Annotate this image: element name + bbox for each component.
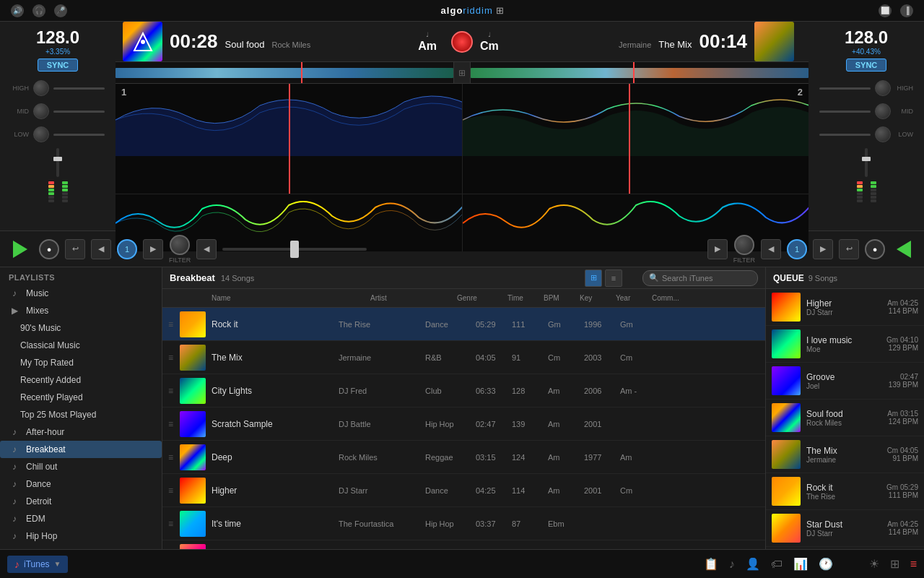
sidebar-item-dance[interactable]: ♪ Dance <box>0 475 162 493</box>
chart-icon[interactable]: 📊 <box>793 557 808 571</box>
playlist-area: Breakbeat 14 Songs ⊞ ≡ 🔍 Search iTunes N… <box>162 267 765 549</box>
right-high-slider[interactable] <box>819 87 871 90</box>
left-mid-slider[interactable] <box>53 111 105 113</box>
right-next-button[interactable]: ▶ <box>813 239 833 259</box>
right-mid-knob[interactable] <box>875 103 891 119</box>
left-mid-knob[interactable] <box>33 103 49 119</box>
left-low-slider[interactable] <box>53 134 105 136</box>
sidebar-label-recently-played: Recently Played <box>20 392 83 402</box>
track-bpm-cell: 114 <box>512 486 548 495</box>
clock-icon[interactable]: 🕐 <box>819 557 833 571</box>
right-sync-button[interactable]: SYNC <box>846 59 887 72</box>
queue-item[interactable]: Star Dust DJ Starr Am 04:25 114 BPM <box>766 510 924 547</box>
table-row[interactable]: ≡ Scratch Sample DJ Battle Hip Hop 02:47… <box>162 407 765 441</box>
queue-info: I love music Moe <box>806 335 881 353</box>
right-high-knob[interactable] <box>875 80 891 96</box>
sidebar-label-mixes: Mixes <box>26 306 48 316</box>
left-low-knob[interactable] <box>33 126 49 142</box>
left-play-button[interactable] <box>7 236 33 262</box>
queue-art <box>772 366 801 395</box>
mid-label: MID <box>11 108 29 115</box>
grid-view-button[interactable]: ⊞ <box>585 269 602 287</box>
sidebar-item-breakbeat[interactable]: ♪ Breakbeat <box>0 441 162 458</box>
left-cue-button[interactable]: ● <box>39 239 59 259</box>
right-cue-button[interactable]: ● <box>865 239 885 259</box>
right-volume-slider[interactable] <box>865 148 868 177</box>
right-high-knob-row: HIGH <box>812 80 920 96</box>
bars-icon[interactable]: ▐ <box>900 4 913 17</box>
headphone-icon[interactable]: 🎧 <box>32 4 45 17</box>
queue-item[interactable]: Rock it The Rise Gm 05:29 111 BPM <box>766 473 924 510</box>
grid-button[interactable]: ⊞ <box>453 62 471 83</box>
right-play-button[interactable] <box>891 236 917 262</box>
sidebar-item-classical[interactable]: Classical Music <box>0 337 162 354</box>
itunes-button[interactable]: ♪ iTunes ▼ <box>7 556 68 573</box>
sidebar-item-90s[interactable]: 90's Music <box>0 319 162 337</box>
sidebar-label-dance: Dance <box>26 479 51 489</box>
deck-header: 00:28 Soul food Rock Miles ♩ Am ♩ Cm Jer… <box>116 22 808 62</box>
left-rewind-button[interactable]: ↩ <box>65 239 85 259</box>
tag-icon[interactable]: 🏷 <box>771 558 783 571</box>
sidebar-item-top-rated[interactable]: My Top Rated <box>0 354 162 371</box>
sidebar-item-detroit[interactable]: ♪ Detroit <box>0 493 162 510</box>
display-icon[interactable]: ⬜ <box>879 4 892 17</box>
table-row[interactable]: ≡ It's time The Fourtastica Hip Hop 03:3… <box>162 507 765 540</box>
sidebar-item-mixes[interactable]: ▶ Mixes <box>0 302 162 319</box>
table-row[interactable]: ≡ Deep Rock Miles Reggae 03:15 124 Am 19… <box>162 441 765 474</box>
list-view-button[interactable]: ≡ <box>605 269 622 287</box>
sidebar-item-top25[interactable]: Top 25 Most Played <box>0 406 162 423</box>
sidebar-item-ibiza[interactable]: ♪ Ibiza Set <box>0 545 162 549</box>
sidebar-item-edm[interactable]: ♪ EDM <box>0 510 162 527</box>
right-mid-slider[interactable] <box>819 111 871 113</box>
sidebar-item-recently-played[interactable]: Recently Played <box>0 389 162 406</box>
brightness-icon[interactable]: ☀ <box>869 557 879 571</box>
track-name-cell: It's time <box>212 519 339 529</box>
sidebar-item-recently-added[interactable]: Recently Added <box>0 371 162 389</box>
sidebar-label-music: Music <box>26 288 48 298</box>
left-high-slider[interactable] <box>53 87 105 90</box>
left-sync-button[interactable]: SYNC <box>38 59 79 72</box>
speaker-icon[interactable]: 🔊 <box>11 4 24 17</box>
pitch-fader[interactable] <box>222 248 367 251</box>
queue-item[interactable]: The Mix Jermaine Cm 04:05 91 BPM <box>766 436 924 473</box>
view-toggle: ⊞ ≡ <box>585 269 622 287</box>
itunes-label: iTunes <box>24 559 50 569</box>
bottom-bar: ♪ iTunes ▼ 📋 ♪ 👤 🏷 📊 🕐 ☀ ⊞ ≡ <box>0 549 924 578</box>
track-title: It's time <box>212 519 339 529</box>
left-key-value: Am <box>418 40 437 53</box>
grid-bottom-icon[interactable]: ⊞ <box>890 557 899 571</box>
queue-meta: Am 04:25 114 BPM <box>887 520 918 536</box>
sidebar-item-hip-hop[interactable]: ♪ Hip Hop <box>0 527 162 545</box>
playlist-icon[interactable]: 📋 <box>704 557 718 571</box>
table-row[interactable]: ≡ Higher DJ Starr Dance 04:25 114 Am 200… <box>162 474 765 507</box>
left-waveform-main: 1 <box>116 84 463 194</box>
queue-item[interactable]: Tonight DJ Fred 06:33 128 BPM <box>766 547 924 549</box>
queue-item[interactable]: Soul food Rock Miles Am 03:15 124 BPM <box>766 400 924 436</box>
queue-track-name: Soul food <box>806 409 881 419</box>
queue-item[interactable]: Groove Joel 02:47 139 BPM <box>766 363 924 400</box>
track-year-cell: 1996 <box>584 320 620 329</box>
right-rewind-button[interactable]: ↩ <box>839 239 859 259</box>
record-button[interactable] <box>451 31 473 53</box>
queue-item[interactable]: I love music Moe Gm 04:10 129 BPM <box>766 326 924 363</box>
mic-icon[interactable]: 🎤 <box>54 4 67 17</box>
person-icon[interactable]: 👤 <box>746 557 760 571</box>
sidebar-label-top-rated: My Top Rated <box>20 358 74 368</box>
table-row[interactable]: ≡ City Lights DJ Fred Club 06:33 128 Am … <box>162 374 765 407</box>
right-low-knob[interactable] <box>875 126 891 142</box>
left-volume-slider[interactable] <box>56 148 59 177</box>
settings-icon[interactable]: ≡ <box>910 558 917 571</box>
table-row[interactable]: ≡ Rock it The Rise Dance 05:29 111 Gm 19… <box>162 308 765 341</box>
sidebar-item-after-hour[interactable]: ♪ After-hour <box>0 423 162 441</box>
table-row[interactable]: ≡ Tonight DJ Fred Club 06:33 128 Am 2006… <box>162 540 765 549</box>
queue-item[interactable]: Higher DJ Starr Am 04:25 114 BPM <box>766 289 924 326</box>
right-low-slider[interactable] <box>819 134 871 136</box>
left-prev-button[interactable]: ◀ <box>91 239 111 259</box>
sidebar-item-chill-out[interactable]: ♪ Chill out <box>0 458 162 475</box>
music-note-icon[interactable]: ♪ <box>729 558 735 571</box>
left-high-knob[interactable] <box>33 80 49 96</box>
queue-bpm: 111 BPM <box>886 491 918 499</box>
sidebar-item-music[interactable]: ♪ Music <box>0 285 162 302</box>
table-row[interactable]: ≡ The Mix Jermaine R&B 04:05 91 Cm 2003 … <box>162 341 765 374</box>
track-genre-cell: R&B <box>425 353 476 362</box>
